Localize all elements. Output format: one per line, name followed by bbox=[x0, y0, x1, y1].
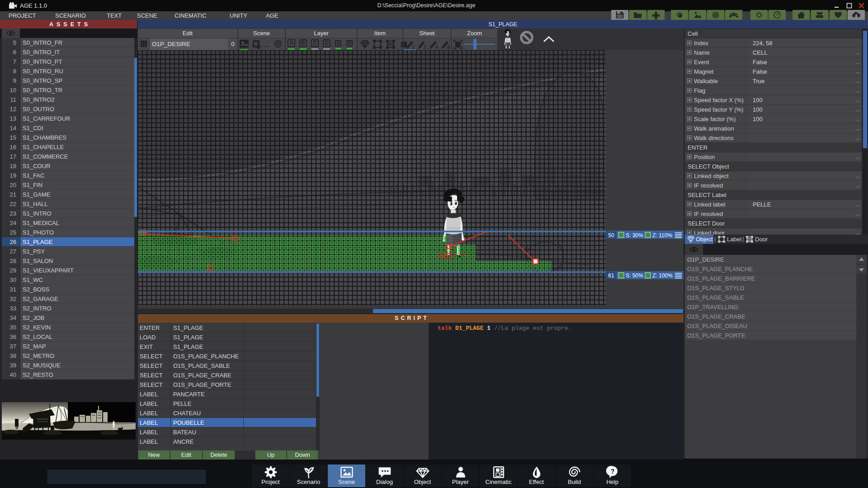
svg-text:S: 50%: S: 50% bbox=[626, 272, 643, 279]
svg-text:2: 2 bbox=[424, 45, 426, 50]
svg-text:S: 30%: S: 30% bbox=[626, 232, 643, 239]
svg-text:?: ? bbox=[611, 468, 615, 475]
svg-text:4: 4 bbox=[435, 45, 438, 50]
svg-text:Z: 100%: Z: 100% bbox=[652, 272, 673, 279]
svg-text:...: ... bbox=[264, 42, 269, 48]
svg-text:50: 50 bbox=[608, 232, 614, 239]
svg-text:61: 61 bbox=[608, 272, 614, 279]
svg-text:Z: 110%: Z: 110% bbox=[652, 232, 672, 239]
svg-text:8: 8 bbox=[447, 45, 450, 50]
